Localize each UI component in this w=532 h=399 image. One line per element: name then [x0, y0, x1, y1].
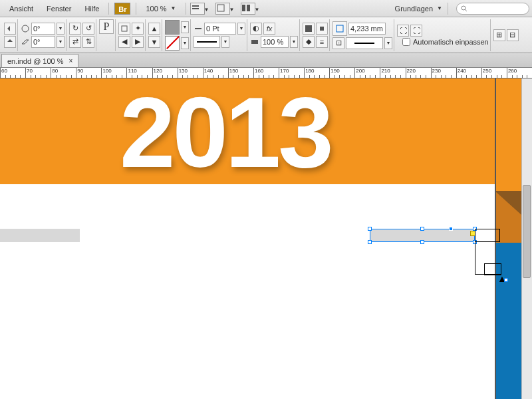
stroke-style-dropdown[interactable]	[194, 36, 220, 48]
canvas[interactable]: 2013 ▲	[0, 78, 532, 399]
screen-mode-button[interactable]: ▼	[215, 3, 230, 15]
stroke-weight-input[interactable]: 0 Pt	[204, 23, 236, 35]
select-down-button[interactable]: ▼	[148, 36, 160, 48]
scrollbar-thumb[interactable]	[523, 185, 531, 278]
select-content-button[interactable]: ✦	[132, 23, 144, 35]
search-input[interactable]	[456, 3, 529, 15]
container-icon	[120, 24, 129, 33]
selection-anchor[interactable]	[449, 227, 453, 231]
opacity-button[interactable]: ◐	[250, 23, 262, 35]
auto-fit-checkbox[interactable]	[402, 38, 410, 46]
arrange-icon	[241, 3, 251, 13]
selection-handle-bm[interactable]	[420, 240, 424, 244]
chevron-down-icon: ▼	[255, 7, 260, 13]
thread-box-1	[475, 229, 500, 242]
divider	[136, 3, 136, 15]
wrap-jump-button[interactable]: ≡	[316, 36, 328, 48]
rotate-angle-input[interactable]: 0°	[31, 23, 55, 35]
workspace-label: Grundlagen	[395, 5, 434, 13]
rotate-cw-button[interactable]: ↻	[69, 23, 81, 35]
tint-input[interactable]: 100 %	[261, 36, 289, 48]
shear-dropdown[interactable]: ▼	[57, 36, 65, 48]
wrap-bounding-button[interactable]	[316, 23, 328, 35]
horizontal-ruler[interactable]: 6070809010011012013014015016017018019020…	[0, 68, 532, 78]
fill-frame-button[interactable]: ⛶	[397, 25, 409, 37]
pasteboard-orange	[495, 78, 521, 191]
fx-icon: fx	[267, 25, 273, 33]
document-tab[interactable]: en.indd @ 100 %×	[1, 54, 78, 67]
close-icon[interactable]: ×	[69, 57, 73, 65]
thread-link-v	[475, 242, 475, 274]
fit-value-input[interactable]: 4,233 mm	[348, 23, 386, 35]
tint-dropdown[interactable]: ▼	[290, 36, 298, 48]
flip-h-button[interactable]	[4, 23, 16, 35]
flip-v-button[interactable]	[4, 36, 16, 48]
svg-rect-12	[320, 27, 324, 31]
fit-baseline[interactable]	[346, 37, 383, 49]
flip-h-icon	[5, 24, 15, 33]
chevron-down-icon: ▼	[171, 5, 176, 11]
auto-fit-label: Automatisch einpassen	[413, 38, 489, 46]
vertical-scrollbar[interactable]	[521, 78, 532, 399]
tab-title: en.indd @ 100 %	[7, 57, 64, 65]
stroke-weight-dropdown[interactable]: ▼	[237, 23, 245, 35]
select-prev-button[interactable]: ◀	[118, 36, 130, 48]
bridge-button[interactable]: Br	[114, 3, 130, 15]
chevron-down-icon: ▼	[437, 5, 442, 11]
stroke-style-drop[interactable]: ▼	[221, 36, 229, 48]
out-port[interactable]	[504, 278, 508, 282]
workspace-dropdown[interactable]: Grundlagen▼	[395, 5, 442, 13]
tint-value: 100 %	[263, 38, 283, 46]
flip-horizontal-button[interactable]: ⇄	[69, 36, 81, 48]
rotate-icon	[21, 24, 30, 33]
view-options-button[interactable]: ▼	[190, 3, 205, 15]
select-next-button[interactable]: ▶	[132, 36, 144, 48]
fit-prop-button[interactable]: ⊟	[507, 29, 519, 41]
wrap-icon	[304, 24, 313, 33]
stroke-pt-value: 0 Pt	[206, 25, 219, 33]
fit-frame-button[interactable]: ⛶	[410, 25, 422, 37]
effects-button[interactable]: fx	[263, 23, 275, 35]
angle-dropdown[interactable]: ▼	[57, 23, 65, 35]
rotate-ccw-button[interactable]: ↺	[82, 23, 94, 35]
stroke-dropdown[interactable]: ▼	[181, 37, 189, 49]
text-frame-left[interactable]	[0, 229, 80, 242]
menu-fenster[interactable]: Fenster	[40, 2, 78, 15]
svg-rect-11	[305, 25, 312, 32]
select-container-button[interactable]	[118, 23, 130, 35]
stroke-swatch[interactable]	[165, 36, 180, 51]
chevron-down-icon: ▼	[204, 7, 209, 13]
menu-hilfe[interactable]: Hilfe	[78, 2, 106, 15]
fit-value: 4,233 mm	[350, 25, 383, 33]
flip-vertical-button[interactable]: ⇅	[82, 36, 94, 48]
arrange-button[interactable]: ▼	[241, 3, 255, 15]
chevron-down-icon: ▼	[229, 7, 235, 13]
selection-handle-tm[interactable]	[420, 227, 424, 231]
angle-value: 0°	[33, 25, 41, 33]
fit-content-button[interactable]: ⊡	[332, 37, 344, 49]
divider	[186, 3, 186, 15]
divider	[108, 3, 109, 15]
line-preview	[197, 41, 217, 43]
divider	[448, 3, 448, 15]
wrap-none-button[interactable]	[303, 23, 315, 35]
menu-ansicht[interactable]: Ansicht	[3, 2, 40, 15]
shear-angle-input[interactable]: 0°	[31, 36, 55, 48]
fit-dropdown[interactable]: ▼	[384, 37, 392, 49]
select-up-button[interactable]: ▲	[148, 23, 160, 35]
fill-swatch[interactable]	[165, 20, 180, 35]
para-style-button[interactable]: P	[99, 19, 114, 34]
selection-handle-tl[interactable]	[368, 227, 372, 231]
zoom-dropdown[interactable]: 100 %▼	[142, 3, 180, 14]
svg-point-7	[22, 25, 29, 32]
wrap2-icon	[317, 24, 327, 33]
svg-rect-3	[242, 5, 245, 11]
wrap-shape-button[interactable]: ◆	[303, 36, 315, 48]
selection-handle-bl[interactable]	[368, 240, 372, 244]
svg-rect-13	[336, 25, 343, 32]
fill-dropdown[interactable]: ▼	[181, 21, 189, 33]
center-content-button[interactable]: ⊞	[493, 29, 505, 41]
frame-fit-button[interactable]	[332, 21, 347, 36]
svg-rect-8	[122, 26, 127, 31]
svg-rect-4	[247, 5, 250, 11]
